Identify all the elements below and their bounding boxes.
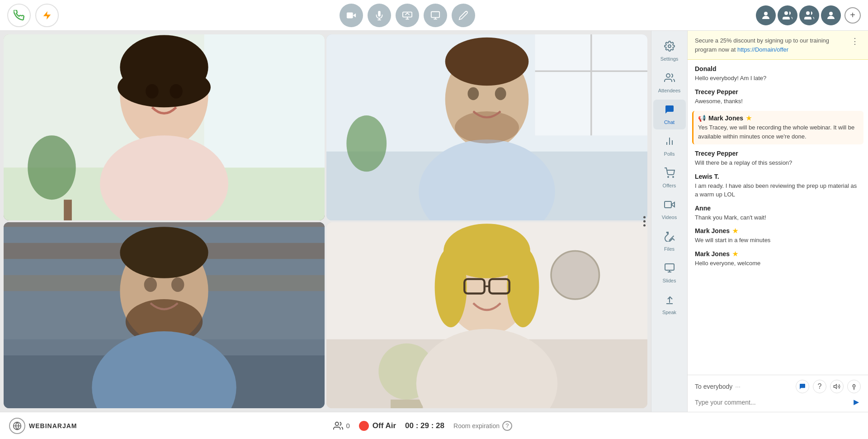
chat-text-anne: Thank you Mark, can't wait! — [695, 213, 861, 222]
room-expiry-help-icon[interactable]: ? — [502, 421, 512, 431]
chat-bubble-button[interactable] — [796, 380, 809, 393]
chat-author-lewis: Lewis T. — [695, 173, 861, 180]
bolt-button[interactable] — [35, 4, 59, 27]
svg-point-36 — [495, 87, 506, 100]
session-timer: 00 : 29 : 28 — [405, 421, 444, 430]
toolbar-right: + — [756, 5, 861, 25]
video-toggle-button[interactable] — [340, 4, 363, 27]
chat-author-mark-2: Mark Jones ★ — [695, 227, 861, 234]
sidebar-item-videos[interactable]: Videos — [653, 195, 686, 224]
svg-point-68 — [673, 177, 674, 177]
svg-rect-2 — [347, 12, 353, 18]
chat-panel: Secure a 25% discount by signing up to o… — [687, 31, 868, 412]
chat-message-lewis: Lewis T. I am ready. I have also been re… — [695, 173, 861, 199]
svg-point-53 — [551, 251, 599, 300]
svg-point-32 — [445, 38, 529, 86]
avatar-2 — [778, 5, 797, 25]
svg-rect-40 — [4, 222, 325, 227]
chat-label: Chat — [664, 119, 675, 125]
bottom-left: WEBINARJAM — [9, 418, 77, 434]
to-everybody-selector[interactable]: To everybody ··· — [695, 383, 741, 390]
svg-rect-16 — [204, 34, 325, 167]
avatar-4 — [821, 5, 841, 25]
chat-author-trecey-1: Trecey Pepper — [695, 88, 861, 95]
on-air-button[interactable]: Off Air — [359, 421, 396, 431]
chat-text-lewis: I am ready. I have also been reviewing t… — [695, 181, 861, 199]
speak-label: Speak — [662, 310, 676, 315]
video-container — [0, 31, 651, 412]
svg-point-78 — [335, 422, 339, 425]
megaphone-icon: 📢 — [698, 115, 706, 122]
svg-point-20 — [146, 84, 158, 99]
attendees-number: 0 — [346, 422, 349, 429]
slides-label: Slides — [663, 278, 676, 283]
sidebar-item-attendees[interactable]: Attendees — [653, 68, 686, 98]
sidebar-item-offers[interactable]: Offers — [653, 163, 686, 193]
svg-rect-7 — [431, 11, 439, 17]
offers-label: Offers — [663, 183, 676, 188]
video-more-menu[interactable] — [643, 216, 646, 227]
sidebar-item-chat[interactable]: Chat — [653, 100, 686, 129]
sidebar-item-settings[interactable]: Settings — [653, 36, 686, 66]
promo-banner: Secure a 25% discount by signing up to o… — [688, 31, 868, 60]
toolbar-left — [7, 4, 59, 27]
video-grid — [0, 31, 651, 412]
svg-point-57 — [507, 247, 539, 328]
chat-message-donald: Donald Hello everybody! Am I late? — [695, 65, 861, 83]
phone-button[interactable] — [7, 4, 31, 27]
attendees-label: Attendees — [658, 88, 681, 93]
chat-input-top: To everybody ··· ? — [695, 380, 861, 393]
svg-point-30 — [346, 115, 387, 172]
sidebar-item-polls[interactable]: Polls — [653, 131, 686, 161]
sidebar-item-files[interactable]: Files — [653, 226, 686, 256]
sidebar-item-slides[interactable]: Slides — [653, 258, 686, 288]
chat-help-button[interactable]: ? — [813, 380, 826, 393]
chat-message-trecey-2: Trecey Pepper Will there be a replay of … — [695, 150, 861, 167]
svg-rect-72 — [665, 264, 674, 270]
monitor-button[interactable] — [424, 4, 447, 27]
slides-icon — [664, 262, 675, 276]
svg-point-11 — [784, 11, 788, 15]
mic-toggle-button[interactable] — [368, 4, 391, 27]
right-sidebar: Settings Attendees Chat — [651, 31, 687, 412]
chat-author-anne: Anne — [695, 205, 861, 212]
svg-point-56 — [435, 247, 467, 328]
main-area: Settings Attendees Chat — [0, 31, 868, 412]
promo-link[interactable]: https://Domain/offer — [737, 46, 788, 53]
svg-point-48 — [171, 277, 184, 292]
chat-text-trecey-1: Awesome, thanks! — [695, 97, 861, 106]
polls-label: Polls — [664, 151, 675, 157]
svg-point-19 — [118, 67, 211, 107]
chat-send-button[interactable]: ► — [852, 397, 861, 407]
annotation-button[interactable] — [452, 4, 475, 27]
chat-message-mark-1: 📢 Mark Jones ★ Yes Tracey, we will be re… — [692, 111, 863, 144]
attendee-avatars — [756, 5, 841, 25]
off-air-label: Off Air — [373, 421, 396, 430]
polls-icon — [664, 136, 675, 149]
chat-sound-button[interactable] — [830, 380, 844, 393]
settings-icon — [664, 41, 675, 54]
room-expiry-label: Room expiration — [453, 422, 500, 429]
chat-text-mark-1: Yes Tracey, we will be recording the who… — [698, 123, 859, 141]
svg-point-10 — [764, 12, 768, 15]
attendees-count: 0 — [333, 421, 349, 431]
add-attendee-button[interactable]: + — [844, 7, 861, 24]
svg-point-35 — [467, 87, 479, 100]
offers-icon — [664, 167, 675, 181]
chat-text-trecey-2: Will there be a replay of this session? — [695, 158, 861, 167]
bottom-center: 0 Off Air 00 : 29 : 28 Room expiration ? — [333, 421, 512, 431]
svg-point-47 — [144, 277, 157, 292]
svg-point-63 — [666, 74, 670, 77]
chat-icon — [664, 104, 675, 118]
svg-marker-0 — [43, 11, 51, 19]
screen-share-button[interactable] — [396, 4, 419, 27]
chat-bulb-button[interactable] — [847, 380, 861, 393]
room-expiry: Room expiration ? — [453, 421, 512, 431]
attendees-icon — [664, 72, 675, 86]
chat-message-anne: Anne Thank you Mark, can't wait! — [695, 205, 861, 222]
star-icon-2: ★ — [732, 227, 738, 234]
star-icon-3: ★ — [732, 250, 738, 258]
sidebar-item-speak[interactable]: Speak — [653, 290, 686, 320]
chat-comment-input[interactable] — [695, 399, 848, 406]
promo-more-button[interactable]: ⋮ — [849, 36, 861, 46]
